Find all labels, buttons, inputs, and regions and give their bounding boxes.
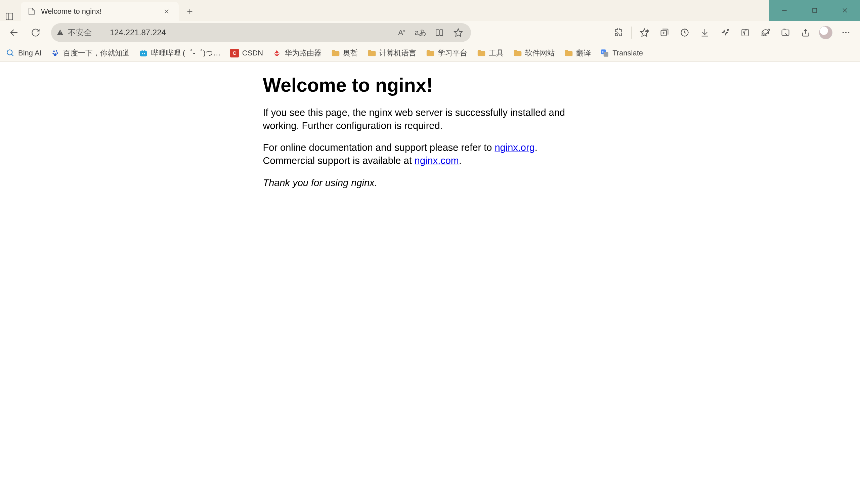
svg-point-35	[56, 52, 58, 54]
avatar-image	[819, 26, 832, 39]
maximize-button[interactable]	[800, 0, 830, 21]
svg-point-32	[53, 51, 55, 52]
gtranslate-icon: G	[600, 49, 609, 57]
svg-point-29	[848, 32, 849, 33]
svg-point-34	[53, 53, 54, 54]
bookmark-item[interactable]: 奥哲	[331, 48, 358, 58]
bookmark-item[interactable]: 翻译	[564, 48, 591, 58]
tab-close-button[interactable]	[162, 7, 171, 16]
ie-mode-icon[interactable]	[756, 23, 775, 42]
history-icon[interactable]	[675, 23, 694, 42]
svg-line-31	[11, 54, 13, 56]
warning-icon	[56, 28, 64, 37]
tabs-area: Welcome to nginx!	[0, 0, 769, 21]
refresh-button[interactable]	[26, 23, 45, 42]
bookmark-label: 工具	[489, 48, 504, 58]
vertical-tabs-button[interactable]	[0, 12, 19, 21]
svg-rect-12	[440, 30, 443, 35]
bookmark-label: 哔哩哔哩 (゜-゜)つ…	[151, 48, 221, 58]
svg-point-27	[843, 32, 844, 33]
folder-icon	[426, 49, 434, 57]
folder-icon	[564, 49, 573, 57]
search-icon	[6, 49, 15, 57]
page-heading: Welcome to nginx!	[263, 74, 597, 96]
bookmark-item[interactable]: CCSDN	[230, 49, 263, 57]
svg-point-33	[56, 50, 57, 52]
screenshot-icon[interactable]	[776, 23, 795, 42]
security-label: 不安全	[68, 27, 92, 38]
bookmark-item[interactable]: 软件网站	[513, 48, 555, 58]
svg-point-28	[845, 32, 847, 33]
bookmark-item[interactable]: 华为路由器	[272, 48, 321, 58]
folder-icon	[477, 49, 485, 57]
bookmark-label: 华为路由器	[285, 48, 321, 58]
divider	[631, 27, 632, 39]
favorite-icon[interactable]	[450, 25, 466, 41]
security-status[interactable]: 不安全	[56, 27, 92, 38]
bookmarks-bar: Bing AI百度一下，你就知道哔哩哔哩 (゜-゜)つ…CCSDN华为路由器奥哲…	[0, 44, 860, 62]
svg-rect-36	[140, 51, 147, 56]
toolbar-right	[609, 23, 855, 42]
favorites-icon[interactable]	[635, 23, 654, 42]
share-icon[interactable]	[796, 23, 815, 42]
bookmark-label: Bing AI	[18, 49, 42, 57]
address-left: 不安全 124.221.87.224	[56, 27, 394, 38]
bookmark-item[interactable]: 学习平台	[426, 48, 467, 58]
more-menu-icon[interactable]	[836, 23, 855, 42]
svg-rect-25	[782, 30, 789, 35]
collections-icon[interactable]	[655, 23, 674, 42]
separator	[101, 28, 101, 38]
huawei-icon	[272, 49, 281, 57]
bookmark-item[interactable]: 计算机语言	[367, 48, 416, 58]
svg-rect-11	[436, 30, 439, 35]
folder-icon	[513, 49, 522, 57]
svg-text:G: G	[602, 50, 605, 54]
downloads-icon[interactable]	[696, 23, 714, 42]
profile-avatar[interactable]	[816, 23, 835, 42]
bookmark-label: 百度一下，你就知道	[63, 48, 130, 58]
read-aloud-icon[interactable]: A»	[394, 25, 410, 41]
bookmark-label: 软件网站	[525, 48, 555, 58]
address-right: A» aあ	[394, 25, 466, 41]
window-controls	[769, 0, 860, 21]
baidu-icon	[51, 49, 60, 57]
extensions-icon[interactable]	[609, 23, 628, 42]
bookmark-item[interactable]: 哔哩哔哩 (゜-゜)つ…	[139, 48, 221, 58]
new-tab-button[interactable]	[182, 2, 198, 21]
toolbar: 不安全 124.221.87.224 A» aあ	[0, 21, 860, 44]
math-solver-icon[interactable]	[736, 23, 755, 42]
svg-point-30	[7, 50, 12, 55]
performance-icon[interactable]	[716, 23, 734, 42]
folder-icon	[367, 49, 376, 57]
svg-point-23	[727, 30, 729, 31]
url-text: 124.221.87.224	[110, 28, 166, 37]
bookmark-label: Translate	[613, 49, 643, 57]
browser-tab[interactable]: Welcome to nginx!	[21, 2, 179, 21]
link-nginx-com[interactable]: nginx.com	[415, 155, 459, 166]
bookmark-label: 奥哲	[343, 48, 358, 58]
bookmark-label: 计算机语言	[379, 48, 416, 58]
bookmark-item[interactable]: GTranslate	[600, 49, 643, 57]
address-bar[interactable]: 不安全 124.221.87.224 A» aあ	[51, 23, 471, 42]
svg-rect-7	[813, 9, 817, 12]
bilibili-icon	[139, 49, 148, 57]
bookmark-item[interactable]: 百度一下，你就知道	[51, 48, 130, 58]
back-button[interactable]	[5, 23, 24, 42]
bookmark-label: CSDN	[242, 49, 263, 57]
svg-marker-14	[640, 29, 648, 36]
svg-marker-13	[454, 29, 462, 36]
minimize-button[interactable]	[769, 0, 800, 21]
translate-icon[interactable]: aあ	[413, 25, 429, 41]
file-icon	[27, 7, 36, 16]
titlebar: Welcome to nginx!	[0, 0, 860, 21]
page-paragraph-2: For online documentation and support ple…	[263, 141, 597, 167]
link-nginx-org[interactable]: nginx.org	[494, 142, 534, 153]
split-screen-icon[interactable]	[431, 25, 447, 41]
bookmark-item[interactable]: Bing AI	[6, 49, 42, 57]
page-thanks: Thank you for using nginx.	[263, 176, 597, 189]
bookmark-item[interactable]: 工具	[477, 48, 504, 58]
nginx-page: Welcome to nginx! If you see this page, …	[263, 74, 597, 189]
page-content: Welcome to nginx! If you see this page, …	[0, 62, 860, 504]
close-window-button[interactable]	[830, 0, 860, 21]
folder-icon	[331, 49, 340, 57]
